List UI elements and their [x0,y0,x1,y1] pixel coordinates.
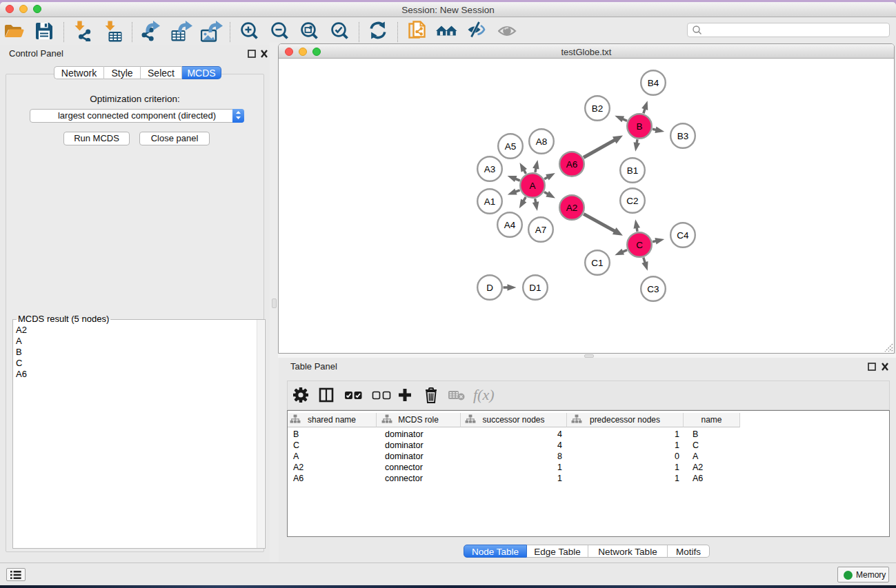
svg-text:B: B [636,121,642,132]
svg-text:B1: B1 [627,165,639,176]
svg-text:D1: D1 [529,283,541,293]
svg-text:B4: B4 [648,78,659,88]
svg-text:B2: B2 [592,103,604,114]
svg-text:C: C [636,240,643,250]
svg-text:C3: C3 [647,284,659,294]
svg-text:A1: A1 [484,196,496,207]
svg-text:A6: A6 [566,159,578,170]
svg-text:A5: A5 [505,141,517,152]
svg-text:A8: A8 [536,136,548,147]
svg-text:A4: A4 [504,220,516,230]
svg-text:A3: A3 [484,164,496,174]
svg-text:A7: A7 [535,225,547,235]
svg-text:C2: C2 [626,196,638,206]
svg-text:A2: A2 [566,203,578,213]
svg-text:B3: B3 [677,131,689,141]
svg-text:A: A [529,181,535,191]
svg-text:D: D [486,283,493,293]
svg-text:C4: C4 [677,230,689,241]
svg-text:C1: C1 [591,258,603,268]
